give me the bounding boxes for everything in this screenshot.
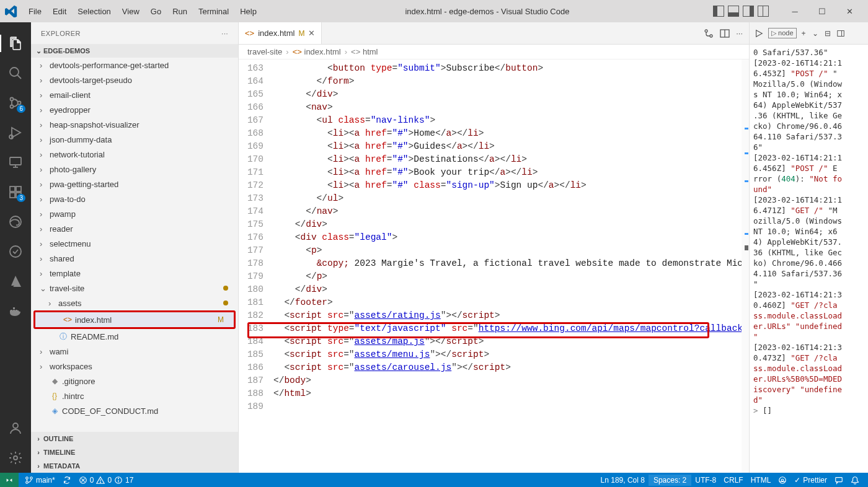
folder-photo-gallery[interactable]: ›photo-gallery	[31, 162, 238, 177]
layout-left-icon[interactable]	[713, 6, 724, 17]
menu-run[interactable]: Run	[167, 4, 192, 19]
azure-icon[interactable]	[7, 273, 24, 290]
notifications-icon[interactable]	[847, 476, 863, 485]
problems-indicator[interactable]: 0 0 17	[75, 476, 138, 485]
file-icon: ◆	[50, 376, 60, 386]
compare-changes-icon[interactable]	[704, 29, 714, 38]
debug-start-icon[interactable]	[753, 28, 764, 39]
debug-config-icon[interactable]: ▷ node	[768, 28, 797, 38]
feedback-icon[interactable]	[831, 476, 847, 485]
file-.hintrc[interactable]: {}.hintrc	[31, 388, 238, 403]
svg-rect-7	[10, 157, 21, 165]
run-debug-icon[interactable]	[7, 124, 24, 141]
folder-network-tutorial[interactable]: ›network-tutorial	[31, 147, 238, 162]
svg-rect-11	[10, 193, 15, 198]
svg-marker-26	[756, 30, 763, 37]
cursor-position[interactable]: Ln 189, Col 8	[597, 476, 649, 485]
maximize-button[interactable]: ☐	[808, 2, 836, 20]
folder-eyedropper[interactable]: ›eyedropper	[31, 102, 238, 117]
extensions-icon[interactable]: 3	[7, 183, 24, 201]
testing-icon[interactable]	[7, 243, 24, 260]
remote-indicator[interactable]	[0, 473, 19, 487]
debug-collapse-icon[interactable]: ⊟	[823, 28, 832, 39]
breadcrumb-part[interactable]: <> html	[351, 47, 378, 56]
folder-assets[interactable]: ›assets	[31, 296, 238, 310]
debug-add-icon[interactable]: +	[800, 28, 807, 39]
tree-label: pwa-getting-started	[50, 180, 238, 189]
split-editor-icon[interactable]	[720, 29, 730, 38]
menu-help[interactable]: Help	[235, 4, 262, 19]
source-control-icon[interactable]: 6	[7, 94, 24, 112]
file-icon: <>	[63, 315, 73, 325]
language-mode[interactable]: HTML	[747, 476, 775, 485]
folder-travel-site[interactable]: ⌄travel-site	[31, 281, 238, 296]
file-readme[interactable]: ⓘREADME.md	[31, 329, 238, 344]
chevron-icon: ›	[40, 105, 50, 115]
minimap[interactable]	[742, 59, 749, 473]
editor-area: <> index.html M ✕ ··· travel-site›<> ind…	[239, 22, 749, 473]
more-actions-icon[interactable]: ···	[736, 29, 743, 38]
eol[interactable]: CRLF	[720, 476, 746, 485]
menu-go[interactable]: Go	[146, 4, 166, 19]
breadcrumb-part[interactable]: travel-site	[247, 47, 282, 56]
menu-terminal[interactable]: Terminal	[193, 4, 234, 19]
folder-email-client[interactable]: ›email-client	[31, 87, 238, 102]
debug-close-icon[interactable]	[836, 29, 846, 38]
debug-console[interactable]: 0 Safari/537.36"[2023-02-16T14:21:16.453…	[750, 45, 868, 473]
indentation[interactable]: Spaces: 2	[649, 475, 691, 486]
breadcrumb-part[interactable]: <> index.html	[293, 47, 341, 56]
folder-pwamp[interactable]: ›pwamp	[31, 206, 238, 221]
folder-section-header[interactable]: ⌄ EDGE-DEMOS	[31, 44, 238, 58]
layout-grid-icon[interactable]	[758, 6, 769, 17]
minimize-button[interactable]: ─	[781, 2, 808, 20]
folder-reader[interactable]: ›reader	[31, 221, 238, 236]
remote-explorer-icon[interactable]	[7, 154, 24, 171]
folder-heap-snapshot-visualizer[interactable]: ›heap-snapshot-visualizer	[31, 117, 238, 132]
docker-icon[interactable]	[7, 302, 24, 320]
file-.gitignore[interactable]: ◆.gitignore	[31, 374, 238, 388]
folder-shared[interactable]: ›shared	[31, 251, 238, 266]
menu-view[interactable]: View	[117, 4, 144, 19]
menu-selection[interactable]: Selection	[73, 4, 115, 19]
file-index-html[interactable]: <>index.htmlM	[35, 312, 234, 327]
folder-pwa-getting-started[interactable]: ›pwa-getting-started	[31, 177, 238, 191]
folder-wami[interactable]: ›wami	[31, 344, 238, 359]
close-button[interactable]: ✕	[836, 2, 863, 20]
live-preview-icon[interactable]	[774, 476, 790, 485]
prettier-status[interactable]: ✓ Prettier	[790, 476, 831, 485]
sidebar-more-icon[interactable]: ···	[221, 30, 228, 37]
section-timeline[interactable]: ›TIMELINE	[31, 445, 238, 459]
section-metadata[interactable]: ›METADATA	[31, 459, 238, 473]
folder-json-dummy-data[interactable]: ›json-dummy-data	[31, 132, 238, 147]
folder-devtools-performance-get-started[interactable]: ›devtools-performance-get-started	[31, 58, 238, 72]
section-outline[interactable]: ›OUTLINE	[31, 432, 238, 445]
code-content[interactable]: <button type="submit">Subscribe</button>…	[273, 59, 742, 473]
explorer-icon[interactable]	[7, 35, 24, 52]
chevron-icon: ›	[40, 61, 50, 70]
git-branch[interactable]: main*	[21, 476, 59, 485]
menu-edit[interactable]: Edit	[48, 4, 71, 19]
folder-template[interactable]: ›template	[31, 266, 238, 281]
encoding[interactable]: UTF-8	[691, 476, 720, 485]
tab-close-icon[interactable]: ✕	[308, 29, 315, 38]
menu-file[interactable]: File	[24, 4, 46, 19]
file-CODE_OF_CONDUCT.md[interactable]: ◈CODE_OF_CONDUCT.md	[31, 403, 238, 418]
folder-selectmenu[interactable]: ›selectmenu	[31, 236, 238, 251]
chevron-icon: ›	[40, 150, 50, 159]
debug-dropdown-icon[interactable]: ⌄	[811, 28, 820, 39]
git-sync[interactable]	[59, 476, 75, 485]
breadcrumbs[interactable]: travel-site›<> index.html›<> html	[239, 45, 749, 59]
folder-devtools-target-pseudo[interactable]: ›devtools-target-pseudo	[31, 72, 238, 87]
chevron-icon: ›	[40, 195, 50, 204]
folder-pwa-to-do[interactable]: ›pwa-to-do	[31, 191, 238, 206]
layout-bottom-icon[interactable]	[728, 6, 739, 17]
search-icon[interactable]	[7, 64, 24, 82]
git-decoration: M	[218, 315, 224, 324]
layout-right-icon[interactable]	[743, 6, 754, 17]
tab-index-html[interactable]: <> index.html M ✕	[239, 22, 322, 44]
account-icon[interactable]	[7, 419, 24, 437]
code-editor[interactable]: 1631641651661671681691701711721731741751…	[239, 59, 749, 473]
edge-icon[interactable]	[7, 213, 24, 230]
settings-gear-icon[interactable]	[7, 449, 24, 467]
folder-workspaces[interactable]: ›workspaces	[31, 359, 238, 374]
